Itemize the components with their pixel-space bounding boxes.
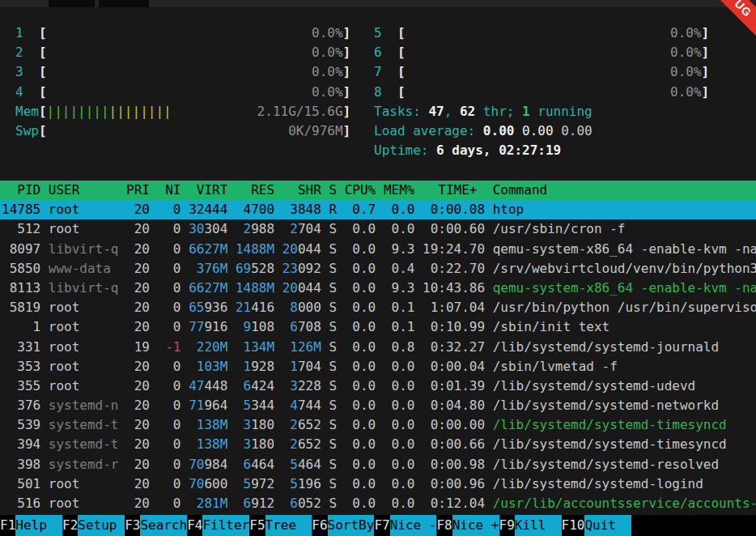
mem-value-part: 044 (298, 241, 321, 257)
column-header-shr[interactable]: SHR (282, 181, 321, 200)
cell-shr: 2704 (282, 219, 321, 239)
column-header-cmd[interactable]: Command (493, 181, 547, 200)
mem-value-part: 6 (290, 496, 298, 511)
mem-value-part: 416 (251, 300, 274, 315)
column-header-s[interactable]: S (329, 181, 337, 200)
process-row[interactable]: 539systemd-t200138M31802652S0.00.00:00.0… (0, 415, 756, 435)
fn-kill-button[interactable]: F9Kill (499, 515, 562, 536)
memory-used-bars: |||||||| (47, 104, 109, 119)
process-row[interactable]: 376systemd-n2007196453444744S0.00.00:04.… (0, 396, 756, 415)
column-header-cpu[interactable]: CPU% (345, 181, 376, 200)
mem-value-part: 044 (298, 280, 321, 296)
cell-mem: 0.0 (384, 200, 415, 219)
process-row[interactable]: 398systemd-r2007098464645464S0.00.00:00.… (0, 455, 756, 474)
meter-open-bracket: [ (39, 104, 47, 119)
cell-cpu: 0.0 (345, 494, 376, 513)
swap-meter-body: 0K/976M (47, 121, 343, 141)
cell-res: 3180 (236, 415, 274, 435)
cell-cmd: /lib/systemd/systemd-timesyncd (493, 435, 727, 454)
process-row[interactable]: 5850www-data200376M6952823092S0.00.40:22… (0, 259, 756, 279)
cell-mem: 0.8 (384, 338, 415, 357)
memory-meter-label: Mem (15, 102, 39, 121)
fn-tree-button[interactable]: F5Tree (249, 515, 312, 536)
window-tab[interactable] (99, 0, 149, 7)
mem-value-part: 69 (236, 261, 251, 276)
cell-cpu: 0.7 (345, 200, 376, 219)
cell-user: root (49, 317, 119, 337)
cell-user: root (49, 376, 119, 396)
mem-value-part: 6 (290, 319, 298, 334)
process-row[interactable]: 14785root2003244447003848R0.70.00:00.08h… (0, 200, 756, 219)
process-row[interactable]: 355root2004744864243228S0.00.00:01.39/li… (0, 376, 756, 396)
cell-pid: 539 (2, 415, 40, 435)
mem-value-part: 70 (189, 457, 204, 472)
cell-pid: 398 (2, 455, 40, 474)
meter-open-bracket: [ (39, 64, 47, 79)
ribbon-label: UG (733, 0, 755, 19)
process-row[interactable]: 501root2007060059725196S0.00.00:00.96/li… (0, 474, 756, 494)
tasks-line: Tasks: 47, 62 thr; 1 running (374, 102, 709, 121)
mem-value-part: 376M (197, 261, 228, 276)
cpu-meter-value: 0.0% (670, 64, 702, 79)
fn-key: F5 (249, 517, 265, 533)
cell-time: 0:12.04 (423, 494, 485, 513)
process-row[interactable]: 1root2007791691086708S0.00.10:10.99/sbin… (0, 317, 756, 337)
cell-pid: 376 (2, 396, 40, 415)
memory-meter-bars: |||||||||||||||| (47, 102, 172, 121)
cell-user: root (49, 219, 119, 239)
fn-filter-button[interactable]: F4Filter (187, 515, 249, 536)
fn-label: Quit (584, 515, 631, 536)
meter-open-bracket: [ (397, 45, 406, 60)
cell-cmd: /sbin/init text (493, 317, 610, 337)
cell-virt: 376M (189, 259, 227, 279)
fn-search-button[interactable]: F3Search (125, 515, 187, 536)
fn-quit-button[interactable]: F10Quit (562, 515, 632, 536)
cell-pid: 5819 (2, 298, 40, 317)
process-row[interactable]: 5819root20065936214168000S0.00.11:07.04/… (0, 298, 756, 317)
cell-pri: 20 (126, 357, 150, 376)
cell-virt: 138M (189, 435, 227, 454)
fn-label: Setup (78, 515, 125, 536)
cell-cmd: /lib/systemd/systemd-logind (493, 474, 703, 494)
cell-pid: 394 (2, 435, 40, 454)
cell-pri: 20 (126, 415, 150, 435)
cell-shr: 5464 (282, 455, 321, 474)
column-header-mem[interactable]: MEM% (384, 181, 415, 200)
fn-setup-button[interactable]: F2Setup (62, 515, 125, 536)
mem-value-part: 916 (204, 319, 227, 334)
process-row[interactable]: 512root2003030429882704S0.00.00:00.60/us… (0, 219, 756, 239)
mem-value-part: 134M (244, 339, 275, 355)
process-row[interactable]: 8097libvirt-q2006627M1488M20044S0.09.319… (0, 240, 756, 259)
fn-sortby-button[interactable]: F6SortBy (312, 515, 374, 536)
mem-value-part: 936 (204, 300, 227, 315)
cell-mem: 0.0 (384, 474, 415, 494)
column-header-res[interactable]: RES (236, 181, 274, 200)
meter-close-bracket: ] (702, 84, 710, 100)
cpu-meter-value: 0.0% (312, 25, 343, 40)
column-header-user[interactable]: USER (49, 181, 119, 200)
column-header-time[interactable]: TIME+ (423, 181, 485, 200)
cpu-meter-value: 0.0% (312, 64, 343, 79)
process-row[interactable]: 331root19-1220M134M126MS0.00.80:32.27/li… (0, 338, 756, 357)
cell-cmd: qemu-system-x86_64 -enable-kvm -na (493, 240, 756, 259)
column-header-ni[interactable]: NI (158, 181, 181, 200)
fn-nice--button[interactable]: F8Nice + (436, 515, 499, 536)
column-header-pri[interactable]: PRI (126, 181, 150, 200)
cell-user: systemd-t (49, 415, 119, 435)
mem-value-part: 8 (290, 300, 298, 315)
process-row[interactable]: 394systemd-t200138M31802652S0.00.00:00.6… (0, 435, 756, 454)
fn-help-button[interactable]: F1Help (0, 515, 62, 536)
fn-nice--button[interactable]: F7Nice - (374, 515, 436, 536)
cell-time: 0:04.80 (423, 396, 485, 415)
cell-cmd: /usr/lib/accountsservice/accounts- (493, 494, 756, 513)
process-row[interactable]: 8113libvirt-q2006627M1488M20044S0.09.310… (0, 279, 756, 298)
cell-shr: 20044 (282, 240, 321, 259)
cell-s: R (329, 200, 337, 219)
cell-virt: 65936 (189, 298, 227, 317)
column-header-virt[interactable]: VIRT (189, 181, 227, 200)
column-header-pid[interactable]: PID (2, 181, 40, 200)
process-row[interactable]: 353root200103M19281704S0.00.00:00.04/sbi… (0, 357, 756, 376)
meter-close-bracket: ] (343, 84, 351, 100)
process-row[interactable]: 516root200281M69126052S0.00.00:12.04/usr… (0, 494, 756, 513)
window-tab[interactable] (49, 0, 95, 7)
